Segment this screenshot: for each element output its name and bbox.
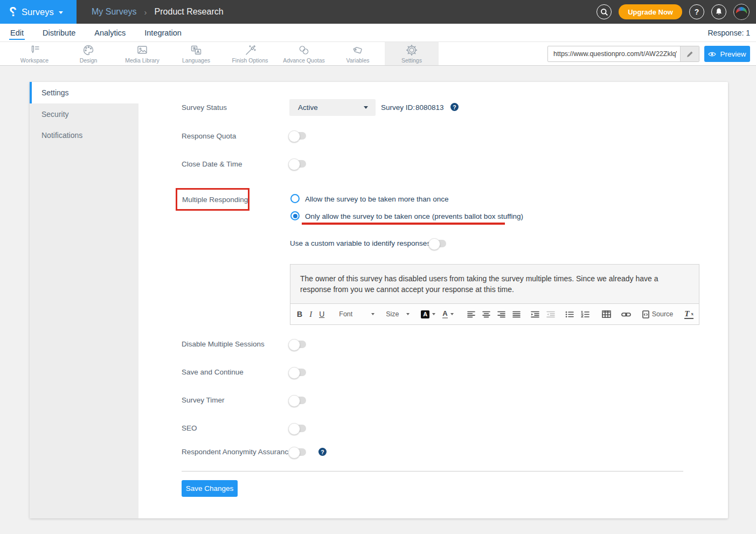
help-button[interactable]: ?: [689, 4, 704, 19]
align-left-button[interactable]: [467, 311, 475, 318]
breadcrumb-separator-icon: ›: [144, 8, 147, 17]
remove-format-button[interactable]: Tx: [684, 310, 693, 319]
survey-timer-toggle[interactable]: [289, 397, 306, 404]
bold-button[interactable]: B: [297, 310, 302, 318]
anonymity-toggle[interactable]: [289, 448, 306, 456]
tab-integration[interactable]: Integration: [143, 25, 183, 40]
sidebar-item-settings[interactable]: Settings: [30, 82, 138, 103]
magic-wand-icon: [243, 44, 257, 57]
survey-id-help-button[interactable]: ?: [450, 103, 459, 111]
upgrade-now-button[interactable]: Upgrade Now: [619, 4, 682, 19]
bulleted-list-icon: [565, 311, 574, 318]
toolbar-tab-media-library[interactable]: Media Library: [115, 42, 169, 65]
sidebar-item-security[interactable]: Security: [30, 103, 138, 124]
survey-status-value: Active: [298, 103, 318, 112]
toolbar-tab-finish-options[interactable]: Finish Options: [223, 42, 277, 65]
tab-edit[interactable]: Edit: [9, 25, 25, 40]
decrease-indent-button[interactable]: [546, 311, 555, 318]
breadcrumb-my-surveys[interactable]: My Surveys: [92, 7, 137, 17]
radio-allow-multiple[interactable]: [290, 194, 300, 203]
richtext-toolbar: B I U Font Size A A: [290, 303, 699, 324]
align-justify-button[interactable]: [512, 311, 521, 318]
align-left-icon: [467, 311, 475, 318]
workspace-icon: [27, 44, 41, 57]
increase-indent-button[interactable]: [531, 311, 539, 318]
anonymity-label: Respondent Anonymity Assurance: [182, 448, 293, 456]
size-dropdown[interactable]: Size: [386, 310, 410, 318]
survey-id-value: 8080813: [415, 103, 444, 112]
survey-timer-label: Survey Timer: [182, 396, 225, 404]
insert-table-button[interactable]: [602, 310, 611, 318]
font-dropdown[interactable]: Font: [339, 310, 374, 318]
chevron-down-icon: [432, 313, 435, 315]
radio-allow-multiple-label[interactable]: Allow the survey to be taken more than o…: [305, 195, 448, 203]
chain-link-icon: [297, 44, 311, 57]
languages-icon: [189, 44, 203, 57]
survey-status-label: Survey Status: [182, 103, 227, 112]
italic-button[interactable]: I: [309, 310, 312, 319]
toolbar-tab-workspace[interactable]: Workspace: [8, 42, 61, 65]
toolbar-tab-design[interactable]: Design: [61, 42, 115, 65]
notifications-button[interactable]: [711, 4, 726, 19]
toolbar-tab-languages[interactable]: Languages: [169, 42, 223, 65]
disable-sessions-toggle[interactable]: [289, 341, 306, 348]
tab-analytics[interactable]: Analytics: [93, 25, 127, 40]
align-center-icon: [482, 311, 490, 318]
user-avatar[interactable]: [733, 4, 750, 20]
underline-button[interactable]: U: [319, 310, 324, 318]
multiple-responding-label: Multiple Responding: [182, 196, 248, 204]
toolbar-tab-label: Settings: [401, 57, 422, 64]
radio-only-once[interactable]: [290, 211, 300, 220]
close-date-label: Close Date & Time: [182, 160, 242, 168]
numbered-list-button[interactable]: [581, 311, 589, 318]
chevron-down-icon: [59, 11, 63, 14]
breadcrumb-current: Product Research: [155, 7, 224, 17]
radio-only-once-label[interactable]: Only allow the survey to be taken once (…: [305, 212, 523, 220]
toolbar-tab-label: Media Library: [125, 57, 159, 64]
response-quota-label: Response Quota: [182, 132, 236, 140]
custom-variable-toggle[interactable]: [429, 240, 446, 247]
seo-toggle[interactable]: [289, 425, 306, 432]
sidebar-item-notifications[interactable]: Notifications: [30, 124, 138, 145]
align-center-button[interactable]: [482, 311, 490, 318]
question-mark-icon: ?: [695, 8, 699, 16]
survey-url-input[interactable]: [548, 46, 680, 61]
edit-url-button[interactable]: [680, 46, 699, 61]
breadcrumb: My Surveys › Product Research: [92, 7, 224, 17]
response-quota-toggle[interactable]: [289, 132, 306, 140]
multiple-response-message-editor: The owner of this survey has disabled us…: [290, 264, 699, 325]
toolbar-tab-advance-quotas[interactable]: Advance Quotas: [277, 42, 331, 65]
chevron-down-icon: [364, 106, 368, 109]
pencil-icon: [686, 51, 693, 58]
close-date-toggle[interactable]: [289, 160, 306, 168]
font-dropdown-label: Font: [339, 310, 352, 318]
toolbar-tab-label: Workspace: [20, 57, 48, 64]
insert-link-button[interactable]: [621, 311, 631, 317]
toolbar-tab-label: Advance Quotas: [283, 57, 325, 64]
background-color-button[interactable]: A: [421, 310, 435, 318]
app-menu-surveys[interactable]: ? Surveys: [0, 0, 77, 24]
question-mark-icon: ?: [453, 104, 456, 110]
align-right-button[interactable]: [497, 311, 505, 318]
response-count: Response: 1: [708, 29, 750, 37]
survey-status-select[interactable]: Active: [289, 99, 376, 116]
image-icon: [135, 44, 149, 57]
source-button[interactable]: Source: [642, 310, 674, 318]
search-icon: [600, 8, 608, 16]
anonymity-help-button[interactable]: ?: [318, 448, 327, 456]
search-button[interactable]: [597, 4, 612, 19]
preview-button[interactable]: Preview: [704, 46, 750, 62]
source-doc-icon: [642, 310, 649, 318]
toolbar-tab-label: Finish Options: [232, 57, 268, 64]
bulleted-list-button[interactable]: [565, 311, 574, 318]
topbar: ? Surveys My Surveys › Product Research …: [0, 0, 756, 24]
settings-panel: Settings Security Notifications Survey S…: [30, 82, 728, 518]
text-color-button[interactable]: A: [442, 310, 453, 318]
toolbar-tab-settings[interactable]: Settings: [385, 42, 439, 65]
save-changes-button[interactable]: Save Changes: [182, 480, 238, 497]
tab-distribute[interactable]: Distribute: [41, 25, 77, 40]
toolbar-tab-variables[interactable]: Variables: [331, 42, 385, 65]
message-textarea[interactable]: The owner of this survey has disabled us…: [290, 265, 699, 303]
save-continue-toggle[interactable]: [289, 369, 306, 376]
toolbar-tab-label: Variables: [346, 57, 370, 64]
